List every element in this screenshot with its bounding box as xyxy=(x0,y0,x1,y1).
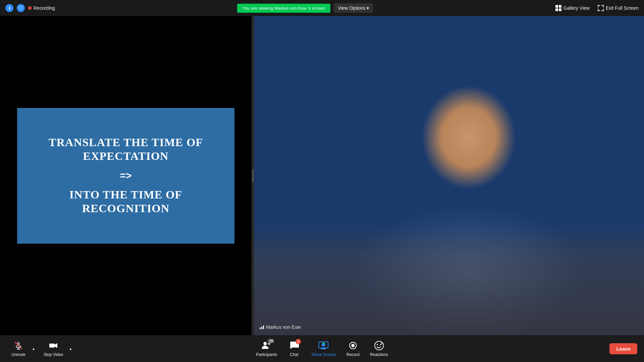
chat-icon-area: 1 xyxy=(289,340,300,351)
svg-rect-2 xyxy=(555,8,558,11)
toolbar-center: 19 Participants 1 Chat xyxy=(252,338,392,359)
participants-label: Participants xyxy=(256,352,277,357)
share-screen-label: Share Screen xyxy=(311,352,336,357)
recording-dot xyxy=(28,6,32,10)
slide-arrow: => xyxy=(120,170,131,181)
divider xyxy=(252,16,254,335)
svg-marker-9 xyxy=(55,343,57,348)
exit-fullscreen-button[interactable]: Exit Full Screen xyxy=(598,5,639,11)
reactions-icon: ✦ xyxy=(374,340,384,351)
signal-icon xyxy=(260,325,264,329)
stop-video-arrow-button[interactable]: ▲ xyxy=(67,342,74,355)
view-options-button[interactable]: View Options ▾ xyxy=(334,3,373,13)
top-center: You are viewing Markus von Euw 's screen… xyxy=(237,3,373,13)
divider-handle[interactable] xyxy=(252,169,254,182)
svg-rect-8 xyxy=(49,344,55,348)
recording-label: Recording xyxy=(34,5,55,11)
record-icon xyxy=(347,340,358,351)
unmute-icon-area xyxy=(13,340,24,351)
svg-point-18 xyxy=(351,344,355,347)
top-bar: ℹ 🛡 Recording You are viewing Markus von… xyxy=(0,0,644,16)
gallery-view-button[interactable]: Gallery View xyxy=(555,5,590,11)
unmute-arrow-button[interactable]: ▲ xyxy=(30,342,37,355)
info-icon: ℹ xyxy=(5,4,13,12)
video-feed xyxy=(254,16,644,335)
reactions-icon-area: ✦ xyxy=(374,340,384,351)
participants-icon-area: 19 xyxy=(261,340,272,351)
top-left: ℹ 🛡 Recording xyxy=(5,4,55,12)
chat-label: Chat xyxy=(290,352,298,357)
record-icon-area xyxy=(347,340,358,351)
top-right: Gallery View Exit Full Screen xyxy=(555,5,639,11)
share-screen-icon xyxy=(318,340,329,351)
toolbar-left: Unmute ▲ Stop Video ▲ xyxy=(7,338,74,359)
unmute-group: Unmute ▲ xyxy=(7,338,37,359)
toolbar-right: Leave xyxy=(609,343,637,354)
participants-count: 19 xyxy=(267,339,274,343)
stop-video-group: Stop Video ▲ xyxy=(40,338,74,359)
stop-video-button[interactable]: Stop Video xyxy=(40,338,67,359)
view-options-label: View Options xyxy=(338,5,365,11)
unmute-label: Unmute xyxy=(11,352,25,357)
record-label: Record xyxy=(346,352,360,357)
svg-text:✦: ✦ xyxy=(380,341,383,345)
chat-badge: 1 xyxy=(296,339,301,344)
share-screen-button[interactable]: Share Screen xyxy=(307,338,340,359)
stop-video-label: Stop Video xyxy=(44,352,63,357)
gallery-view-label: Gallery View xyxy=(564,5,590,11)
participant-name: Markus von Euw xyxy=(266,324,301,330)
signal-bar-2 xyxy=(261,326,262,329)
slide-subtitle: INTO THE TIME OF RECOGNITION xyxy=(31,188,221,216)
signal-bar-3 xyxy=(263,325,264,329)
svg-rect-1 xyxy=(559,5,561,8)
gallery-icon xyxy=(555,5,561,11)
furniture-overlay xyxy=(254,224,644,335)
unmute-button[interactable]: Unmute xyxy=(7,338,30,359)
main-content: TRANSLATE THE TIME OF EXPECTATION => INT… xyxy=(0,16,644,335)
participants-button[interactable]: 19 Participants xyxy=(252,338,281,359)
svg-rect-3 xyxy=(559,8,561,11)
share-screen-icon-area xyxy=(318,340,329,351)
reactions-label: Reactions xyxy=(370,352,388,357)
shield-icon: 🛡 xyxy=(17,4,25,12)
svg-point-10 xyxy=(264,342,267,345)
viewing-banner: You are viewing Markus von Euw 's screen xyxy=(237,4,330,13)
camera-icon xyxy=(49,341,58,350)
slide-title: TRANSLATE THE TIME OF EXPECTATION xyxy=(31,136,221,163)
chevron-down-icon: ▾ xyxy=(367,5,369,11)
microphone-muted-icon xyxy=(14,341,23,350)
record-button[interactable]: Record xyxy=(341,338,365,359)
svg-rect-0 xyxy=(555,5,558,8)
svg-point-20 xyxy=(377,344,378,345)
bottom-toolbar: Unmute ▲ Stop Video ▲ xyxy=(0,335,644,362)
recording-badge: Recording xyxy=(28,5,55,11)
stop-video-icon-area xyxy=(48,340,59,351)
signal-bar-1 xyxy=(260,327,261,329)
reactions-button[interactable]: ✦ Reactions xyxy=(366,338,392,359)
svg-rect-15 xyxy=(322,343,325,346)
screen-share-area: TRANSLATE THE TIME OF EXPECTATION => INT… xyxy=(0,16,252,335)
exit-fullscreen-icon xyxy=(598,5,604,11)
chat-button[interactable]: 1 Chat xyxy=(282,338,306,359)
exit-fullscreen-label: Exit Full Screen xyxy=(606,5,639,11)
participant-name-overlay: Markus von Euw xyxy=(260,324,301,330)
video-area: Markus von Euw xyxy=(254,16,644,335)
slide-container: TRANSLATE THE TIME OF EXPECTATION => INT… xyxy=(17,108,234,244)
leave-button[interactable]: Leave xyxy=(609,343,637,354)
